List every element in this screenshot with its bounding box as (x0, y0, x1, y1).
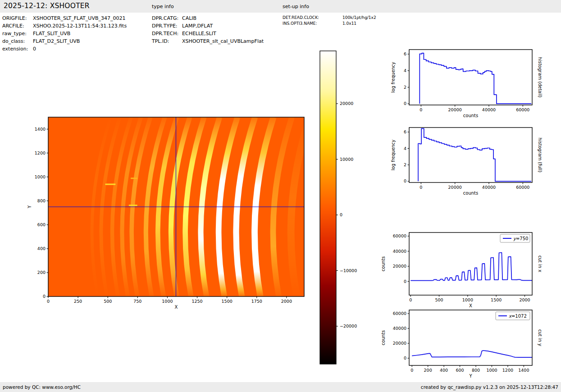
svg-text:250: 250 (74, 299, 82, 304)
svg-text:40000: 40000 (393, 249, 406, 254)
svg-text:x=1072: x=1072 (509, 314, 527, 319)
svg-text:1250: 1250 (192, 299, 202, 304)
svg-text:2000: 2000 (519, 297, 530, 302)
svg-text:counts: counts (381, 256, 386, 271)
type-info-row: TPL.ID:XSHOOTER_slt_cal_UVBLampFlat (152, 37, 264, 45)
svg-text:2: 2 (404, 85, 406, 90)
svg-text:60000: 60000 (516, 185, 529, 190)
svg-text:600: 600 (37, 222, 46, 227)
file-info-label: do_class: (2, 37, 33, 45)
file-info-row: extension:0 (2, 45, 127, 53)
svg-text:histogram (detail): histogram (detail) (538, 57, 543, 98)
file-info-label: ARCFILE: (2, 22, 33, 30)
svg-text:800: 800 (472, 368, 480, 373)
svg-text:0: 0 (404, 279, 406, 284)
svg-text:cut in x: cut in x (538, 255, 543, 272)
svg-text:counts: counts (381, 330, 386, 345)
svg-text:1400: 1400 (35, 127, 46, 132)
svg-text:20000: 20000 (340, 101, 353, 106)
type-info-value: CALIB (182, 14, 196, 22)
footer-bar: powered by QC: www.eso.org/HC created by… (0, 382, 561, 392)
svg-text:0: 0 (420, 185, 422, 190)
main-image-panel: 0250500750100012501500175020000200400600… (9, 110, 320, 324)
footer-powered-by: powered by QC: www.eso.org/HC (3, 384, 81, 390)
svg-text:2: 2 (404, 162, 406, 167)
svg-text:0: 0 (340, 212, 342, 217)
file-info-label: ORIGFILE: (2, 14, 33, 22)
svg-text:Y: Y (469, 374, 472, 378)
svg-text:counts: counts (463, 113, 478, 118)
svg-text:1200: 1200 (502, 368, 513, 373)
svg-text:0: 0 (404, 178, 406, 183)
type-info-label: DPR.CATG: (152, 14, 182, 22)
svg-text:1000: 1000 (486, 368, 497, 373)
svg-text:log frequency: log frequency (391, 140, 396, 171)
type-info-label: DPR.TECH: (152, 30, 182, 37)
type-info-value: ECHELLE,SLIT (182, 30, 216, 37)
svg-text:1500: 1500 (222, 299, 233, 304)
svg-text:1200: 1200 (35, 150, 46, 155)
svg-text:1500: 1500 (491, 297, 502, 302)
colorbar-panel: 20000100000−10000−20000 (315, 45, 369, 369)
svg-text:cut in y: cut in y (538, 329, 543, 346)
file-info-row: do_class:FLAT_D2_SLIT_UVB (2, 37, 127, 45)
setup-info-label: INS.OPTI3.NAME: (283, 21, 342, 27)
svg-text:0: 0 (420, 107, 422, 112)
svg-text:0: 0 (404, 356, 406, 360)
file-info-row: ARCFILE:XSHOO.2025-12-13T11:54:31.123.fi… (2, 22, 127, 30)
svg-text:1000: 1000 (162, 299, 173, 304)
svg-text:20000: 20000 (393, 341, 406, 346)
svg-text:1000: 1000 (462, 297, 473, 302)
svg-text:counts: counts (463, 191, 478, 196)
svg-text:800: 800 (37, 198, 46, 203)
svg-text:2000: 2000 (281, 299, 292, 304)
footer-created-by: created by qc_rawdisp.py v1.2.3 on 2025-… (421, 384, 558, 390)
svg-text:400: 400 (440, 368, 448, 373)
svg-text:4: 4 (404, 146, 406, 151)
svg-text:200: 200 (37, 270, 46, 275)
svg-text:0: 0 (43, 294, 46, 299)
svg-text:−20000: −20000 (340, 324, 357, 328)
file-info-value: FLAT_D2_SLIT_UVB (33, 37, 80, 45)
svg-text:60000: 60000 (393, 311, 406, 316)
svg-text:0: 0 (409, 297, 412, 302)
svg-text:6: 6 (404, 129, 406, 134)
file-info-label: raw_type: (2, 30, 33, 37)
histogram-detail-panel: 02000040000600000246countslog frequencyh… (379, 45, 561, 132)
setup-info-value: 100k/1pt/hg/1x2 (342, 15, 376, 21)
svg-text:400: 400 (37, 246, 46, 251)
svg-text:60000: 60000 (516, 107, 529, 112)
svg-text:750: 750 (133, 299, 141, 304)
type-info-label: TPL.ID: (152, 37, 182, 45)
svg-text:10000: 10000 (340, 157, 353, 162)
setup-info-row: INS.OPTI3.NAME:1.0x11 (283, 21, 376, 27)
svg-text:600: 600 (456, 368, 464, 373)
type-info-heading: type info (152, 4, 174, 9)
svg-text:1400: 1400 (518, 368, 529, 373)
file-info-value: XSHOO.2025-12-13T11:54:31.123.fits (33, 22, 127, 30)
svg-text:1750: 1750 (251, 299, 262, 304)
svg-text:histogram (full): histogram (full) (538, 137, 543, 172)
svg-text:40000: 40000 (482, 185, 496, 190)
cut-in-x-panel: 05001000150020000200004000060000Xcountsc… (379, 228, 561, 314)
svg-text:500: 500 (104, 299, 112, 304)
setup-info-heading: set-up info (283, 4, 309, 9)
svg-text:60000: 60000 (393, 233, 406, 238)
svg-text:40000: 40000 (393, 326, 406, 331)
type-info-label: DPR.TYPE: (152, 22, 182, 30)
file-info-row: ORIGFILE:XSHOOTER_SLT_FLAT_UVB_347_0021 (2, 14, 127, 22)
svg-text:X: X (175, 305, 178, 310)
svg-text:y=750: y=750 (513, 236, 528, 242)
svg-text:500: 500 (435, 297, 443, 302)
type-info-value: LAMP,DFLAT (182, 22, 213, 30)
setup-info-block: DET.READ.CLOCK:100k/1pt/hg/1x2INS.OPTI3.… (283, 15, 376, 27)
type-info-row: DPR.CATG:CALIB (152, 14, 264, 22)
svg-text:log frequency: log frequency (391, 62, 396, 93)
file-info-value: 0 (33, 45, 36, 53)
svg-text:40000: 40000 (482, 107, 496, 112)
cut-in-y-panel: 0200400600800100012001400020000400006000… (379, 303, 561, 384)
svg-text:1000: 1000 (35, 174, 46, 179)
file-info-label: extension: (2, 45, 33, 53)
setup-info-value: 1.0x11 (342, 21, 356, 27)
page-title: 2025-12-12: XSHOOTER (4, 2, 90, 10)
